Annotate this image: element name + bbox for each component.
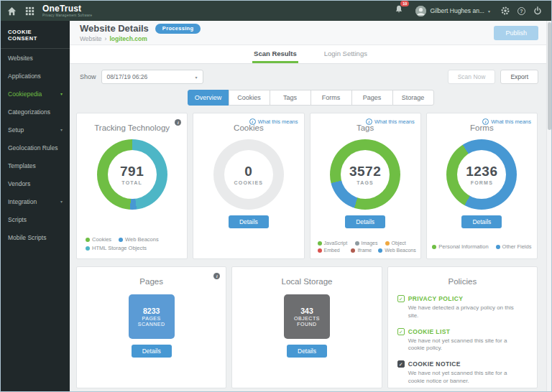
tracking-total-value: 791 (120, 164, 144, 179)
legend-dot (318, 248, 322, 253)
sidebar-item-label: Websites (8, 55, 33, 62)
scan-date-select[interactable]: 08/17/19 06:26 ▾ (101, 70, 203, 84)
sidebar-item-cookiepedia[interactable]: Cookiepedia▾ (1, 85, 70, 103)
tab-scan-results[interactable]: Scan Results (252, 45, 298, 63)
tags-details-button[interactable]: Details (345, 215, 385, 228)
pill-storage[interactable]: Storage (392, 90, 434, 106)
sidebar-item-label: Cookiepedia (8, 90, 42, 98)
policy-item-cookie-list: ✓ COOKIE LIST We have not yet scanned th… (397, 328, 528, 353)
forms-count-unit: FORMS (471, 180, 493, 185)
legend-item: Web Beacons (119, 236, 159, 243)
sidebar-item-websites[interactable]: Websites (1, 49, 70, 67)
pill-overview[interactable]: Overview (188, 90, 229, 106)
user-menu[interactable]: Gilbert Hughes an... ▾ (415, 6, 490, 17)
legend-label: Images (362, 241, 378, 246)
scrollbar-thumb[interactable] (548, 22, 551, 130)
checkbox-checked-icon[interactable]: ✓ (397, 360, 405, 368)
checkbox-checked-icon[interactable]: ✓ (397, 328, 405, 335)
sidebar-item-applications[interactable]: Applications (1, 67, 70, 85)
pill-pages[interactable]: Pages (351, 90, 393, 106)
pages-count-value: 8233 (143, 307, 160, 315)
notifications-button[interactable]: 10 (394, 4, 404, 17)
forms-count-value: 1236 (466, 164, 497, 179)
sidebar-item-scripts[interactable]: Scripts (1, 210, 70, 228)
forms-donut-chart: 1236 FORMS (446, 139, 517, 210)
cards-row-1: i Tracking Technology 791 TOTAL Cookies … (70, 113, 551, 259)
sidebar-item-label: Categorizations (8, 108, 50, 116)
policy-label: PRIVACY POLICY (408, 295, 464, 302)
onetrust-logo[interactable]: OneTrust Privacy Management Software (42, 4, 92, 18)
tracking-donut-chart: 791 TOTAL (97, 139, 167, 210)
tab-login-settings[interactable]: Login Settings (323, 45, 369, 63)
sidebar-item-integration[interactable]: Integration▾ (1, 192, 70, 210)
status-badge: Processing (155, 24, 201, 34)
export-button[interactable]: Export (500, 70, 538, 84)
sidebar: COOKIE CONSENT Websites Applications Coo… (1, 21, 70, 391)
local-storage-details-button[interactable]: Details (287, 345, 327, 358)
legend-label: HTML Storage Objects (92, 245, 147, 251)
card-title: Policies (388, 277, 537, 286)
forms-what-this-means-link[interactable]: i What this means (482, 118, 531, 125)
legend-dot (86, 246, 90, 251)
brand-name: OneTrust (42, 4, 92, 13)
policies-card: Policies ✓ PRIVACY POLICY We have detect… (387, 266, 538, 388)
cookies-what-this-means-link[interactable]: i What this means (249, 118, 298, 125)
tags-legend: JavaScript Images Object Embed Iframe We… (318, 241, 416, 253)
sidebar-item-mobile-scripts[interactable]: Mobile Scripts (1, 228, 70, 246)
card-title: Pages (77, 277, 226, 286)
tags-card: i What this means Tags 3572 TAGS Details… (310, 113, 421, 259)
cookies-donut-chart: 0 COOKIES (213, 139, 284, 210)
pill-forms[interactable]: Forms (310, 90, 352, 106)
caret-down-icon: ▾ (196, 75, 198, 80)
breadcrumb-current: logitech.com (109, 35, 147, 42)
what-this-means-label: What this means (374, 118, 415, 125)
legend-item: Other Fields (496, 243, 532, 250)
sidebar-item-templates[interactable]: Templates (1, 157, 70, 174)
user-name: Gilbert Hughes an... (430, 7, 484, 14)
app-grid-icon[interactable] (24, 6, 35, 17)
pill-tags[interactable]: Tags (270, 90, 311, 106)
sidebar-item-geolocation-rules[interactable]: Geolocation Rules (1, 139, 70, 157)
legend-dot (351, 248, 355, 253)
sidebar-item-label: Integration (8, 198, 37, 205)
local-storage-tile-line: FOUND (297, 322, 316, 327)
sidebar-item-label: Geolocation Rules (8, 144, 58, 151)
settings-gear-icon[interactable] (500, 6, 510, 16)
scan-now-button[interactable]: Scan Now (448, 70, 496, 84)
sidebar-item-label: Vendors (8, 180, 30, 187)
policy-item-cookie-notice: ✓ COOKIE NOTICE We have not yet scanned … (397, 360, 528, 386)
scan-toolbar: Show 08/17/19 06:26 ▾ Scan Now Export (70, 70, 551, 84)
sidebar-item-categorizations[interactable]: Categorizations (1, 103, 70, 121)
legend-dot (119, 238, 123, 242)
home-icon[interactable] (6, 6, 17, 17)
policy-item-privacy-policy: ✓ PRIVACY POLICY We have detected a priv… (397, 295, 528, 320)
logout-power-icon[interactable] (533, 6, 543, 16)
tags-donut-chart: 3572 TAGS (330, 139, 400, 210)
tags-what-this-means-link[interactable]: i What this means (366, 118, 415, 125)
vertical-scrollbar[interactable] (546, 21, 551, 391)
pages-details-button[interactable]: Details (132, 345, 172, 358)
pill-cookies[interactable]: Cookies (229, 90, 270, 106)
legend-label: Cookies (92, 236, 111, 243)
notification-badge: 10 (400, 1, 409, 6)
sidebar-title: COOKIE CONSENT (1, 21, 70, 49)
caret-down-icon: ▾ (60, 127, 63, 132)
legend-item: Iframe (351, 248, 378, 253)
legend-item: Personal Information (432, 243, 488, 250)
legend-item: HTML Storage Objects (86, 245, 147, 251)
cookies-details-button[interactable]: Details (229, 215, 269, 228)
checkbox-checked-icon[interactable]: ✓ (397, 295, 405, 302)
user-avatar (415, 6, 426, 17)
legend-label: Web Beacons (125, 236, 159, 243)
policy-label: COOKIE NOTICE (408, 360, 461, 368)
local-storage-count-value: 343 (300, 307, 313, 315)
legend-dot (86, 238, 90, 242)
sidebar-item-setup[interactable]: Setup▾ (1, 121, 70, 139)
breadcrumb-parent[interactable]: Website (80, 35, 102, 42)
forms-details-button[interactable]: Details (461, 215, 502, 228)
main-content: Website Details Processing Website › log… (70, 21, 551, 391)
publish-button[interactable]: Publish (494, 26, 538, 40)
scan-date-value: 08/17/19 06:26 (107, 73, 148, 80)
help-icon[interactable]: ? (518, 7, 525, 15)
sidebar-item-vendors[interactable]: Vendors (1, 174, 70, 192)
